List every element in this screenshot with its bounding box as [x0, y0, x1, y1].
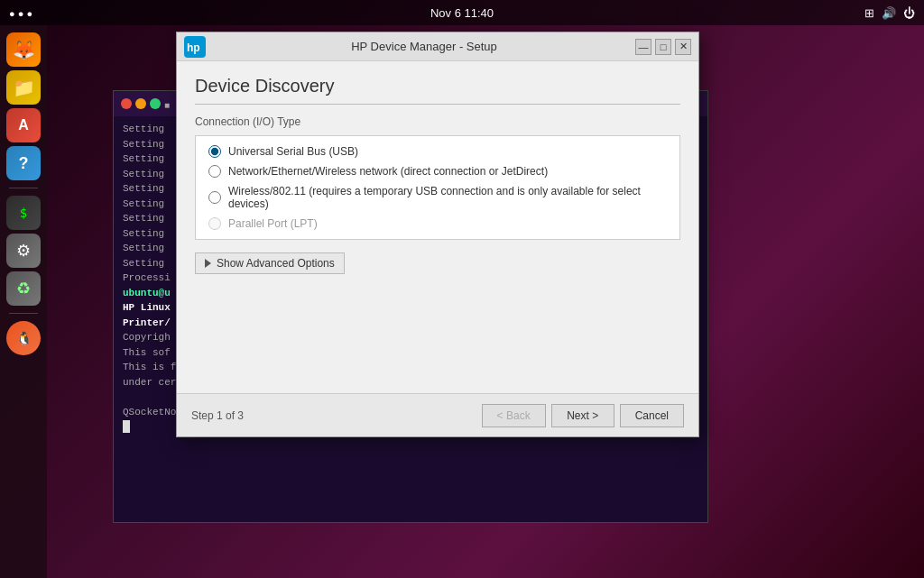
firefox-dock-icon[interactable]: 🦊 — [6, 32, 41, 67]
dialog-window: hp HP Device Manager - Setup — □ ✕ Devic… — [176, 32, 699, 437]
radio-wireless-label: Wireless/802.11 (requires a temporary US… — [228, 185, 667, 210]
radio-usb-label: Universal Serial Bus (USB) — [228, 145, 358, 158]
dialog-title: HP Device Manager - Setup — [213, 40, 635, 53]
dialog-heading: Device Discovery — [195, 76, 680, 96]
topbar-dots: ● ● ● — [9, 8, 32, 19]
terminal-close-btn[interactable] — [121, 98, 132, 109]
appstore-dock-icon[interactable]: A — [6, 108, 41, 142]
step-indicator: Step 1 of 3 — [191, 409, 482, 422]
terminal-maximize-btn[interactable] — [150, 98, 161, 109]
radio-network-input[interactable] — [208, 165, 221, 178]
settings-dock-icon[interactable]: ⚙ — [6, 234, 41, 268]
footer-buttons: < Back Next > Cancel — [482, 404, 684, 427]
terminal-dock-icon[interactable]: $ — [6, 196, 41, 230]
dialog-titlebar: hp HP Device Manager - Setup — □ ✕ — [177, 32, 698, 61]
desktop: ● ● ● Nov 6 11:40 ⊞ 🔊 ⏻ 🦊 📁 A ? $ ⚙ ♻ 🐧 … — [0, 0, 924, 578]
triangle-icon — [205, 259, 211, 268]
back-button[interactable]: < Back — [482, 404, 546, 427]
dialog-restore-btn[interactable]: □ — [655, 39, 671, 55]
terminal-icon-area: ■ — [164, 96, 175, 112]
radio-usb-option[interactable]: Universal Serial Bus (USB) — [208, 145, 667, 158]
terminal-minimize-btn[interactable] — [135, 98, 146, 109]
ubuntu-dock-icon[interactable]: 🐧 — [6, 321, 41, 355]
svg-text:hp: hp — [187, 41, 200, 54]
dialog-close-btn[interactable]: ✕ — [675, 39, 691, 55]
dock-separator-2 — [9, 313, 38, 314]
topbar-left: ● ● ● — [9, 5, 32, 21]
power-icon[interactable]: ⏻ — [903, 6, 915, 20]
topbar-time: Nov 6 11:40 — [430, 6, 494, 20]
help-dock-icon[interactable]: ? — [6, 146, 41, 180]
terminal-cursor — [123, 420, 130, 433]
hp-logo: hp — [184, 36, 206, 58]
connection-options-box: Universal Serial Bus (USB) Network/Ether… — [195, 135, 680, 240]
radio-parallel-input — [208, 217, 221, 230]
dock-separator — [9, 188, 38, 188]
dialog-footer: Step 1 of 3 < Back Next > Cancel — [177, 393, 698, 436]
radio-network-label: Network/Ethernet/Wireless network (direc… — [228, 165, 548, 178]
radio-wireless-input[interactable] — [208, 191, 221, 204]
radio-parallel-label: Parallel Port (LPT) — [228, 217, 318, 230]
topbar-right: ⊞ 🔊 ⏻ — [864, 6, 915, 20]
radio-network-option[interactable]: Network/Ethernet/Wireless network (direc… — [208, 165, 667, 178]
network-icon[interactable]: ⊞ — [864, 6, 874, 20]
dock: 🦊 📁 A ? $ ⚙ ♻ 🐧 — [0, 25, 47, 578]
files-dock-icon[interactable]: 📁 — [6, 70, 41, 105]
trash-dock-icon[interactable]: ♻ — [6, 271, 41, 306]
dialog-minimize-btn[interactable]: — — [635, 39, 651, 55]
topbar: ● ● ● Nov 6 11:40 ⊞ 🔊 ⏻ — [0, 0, 924, 25]
radio-parallel-option: Parallel Port (LPT) — [208, 217, 667, 230]
dialog-controls: — □ ✕ — [635, 39, 691, 55]
volume-icon[interactable]: 🔊 — [882, 6, 896, 20]
show-advanced-options-button[interactable]: Show Advanced Options — [195, 252, 345, 274]
next-button[interactable]: Next > — [551, 404, 614, 427]
radio-usb-input[interactable] — [208, 145, 221, 158]
radio-wireless-option[interactable]: Wireless/802.11 (requires a temporary US… — [208, 185, 667, 210]
dialog-divider — [195, 104, 680, 105]
dialog-body: Device Discovery Connection (I/O) Type U… — [177, 61, 698, 393]
cancel-button[interactable]: Cancel — [620, 404, 684, 427]
advanced-btn-label: Show Advanced Options — [217, 257, 335, 270]
section-label: Connection (I/O) Type — [195, 115, 680, 128]
